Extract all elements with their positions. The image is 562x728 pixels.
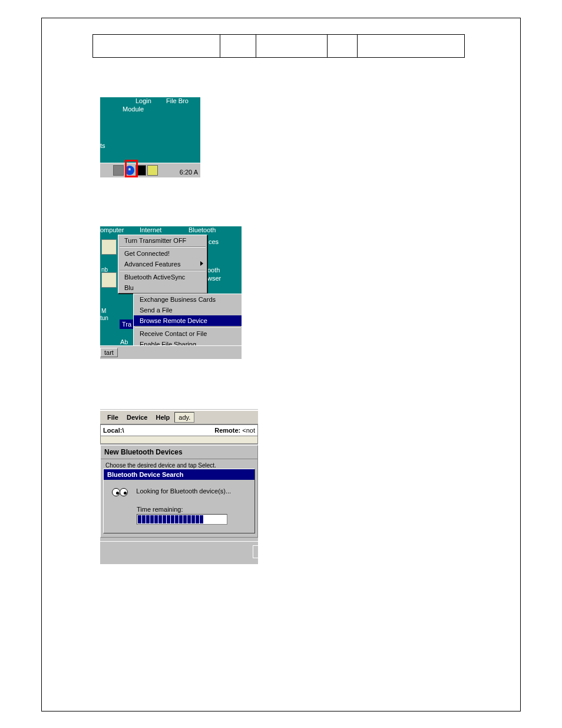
menu-item-get-connected[interactable]: Get Connected! xyxy=(118,248,207,259)
time-remaining-label: Time remaining: xyxy=(137,506,249,513)
searching-label: Looking for Bluetooth device(s)... xyxy=(136,487,231,495)
desktop-label: wser xyxy=(207,275,221,282)
menu-item-exchange-business-cards[interactable]: Exchange Business Cards xyxy=(134,294,242,305)
menu-separator xyxy=(135,327,241,328)
menu-item-send-a-file[interactable]: Send a File xyxy=(134,305,242,315)
screenshot-taskbar: Login Module File Bro ts * 6:20 A xyxy=(100,97,200,177)
local-path-label: Local:\ xyxy=(103,427,124,434)
button-edge[interactable] xyxy=(253,545,258,558)
submenu-arrow-icon xyxy=(200,261,203,266)
menu-separator xyxy=(120,270,206,271)
desktop-label: nb xyxy=(101,266,108,273)
desktop-label: Tra xyxy=(120,319,134,329)
panel-title: New Bluetooth Devices xyxy=(101,446,257,459)
searching-eyes-icon xyxy=(112,487,128,498)
desktop-label: ts xyxy=(100,142,105,149)
menu-item-turn-transmitter-off[interactable]: Turn Transmitter OFF xyxy=(118,235,207,246)
desktop-label: omputer xyxy=(100,226,124,233)
menu-file[interactable]: File xyxy=(104,413,122,422)
start-button[interactable]: tart xyxy=(100,348,118,357)
menu-separator xyxy=(120,246,206,248)
menu-device[interactable]: Device xyxy=(123,413,151,422)
desktop-icons-column: nb M tun xyxy=(100,236,117,346)
menubar: File Device Help ady. xyxy=(100,410,258,424)
bluetooth-device-search-dialog: Bluetooth Device Search Looking for Blue… xyxy=(103,469,255,533)
dialog-title: Bluetooth Device Search xyxy=(104,469,254,480)
desktop-label: ooth xyxy=(207,266,220,274)
path-bar: Local:\ Remote: <not xyxy=(100,424,258,436)
menu-item-receive-contact-or-file[interactable]: Receive Contact or File xyxy=(134,328,242,339)
desktop-label: ces xyxy=(209,238,219,245)
new-bluetooth-devices-panel: New Bluetooth Devices Choose the desired… xyxy=(100,445,258,538)
desktop-label: tun xyxy=(100,315,108,321)
panel-footer xyxy=(100,541,258,558)
desktop-label: Bluetooth xyxy=(189,226,216,233)
menu-item-bluetooth-activesync[interactable]: Bluetooth ActiveSync xyxy=(118,272,207,282)
desktop-label: Module xyxy=(123,106,144,113)
desktop-label: Internet xyxy=(140,226,161,233)
desktop-label: M xyxy=(101,308,106,314)
tray-icon[interactable] xyxy=(113,165,124,176)
bluetooth-menu: Turn Transmitter OFF Get Connected! Adva… xyxy=(118,235,207,294)
desktop-label: Ab xyxy=(120,338,128,345)
menu-item-browse-remote-device[interactable]: Browse Remote Device xyxy=(134,315,242,326)
screenshot-context-menu: omputer Internet Bluetooth ces ooth wser… xyxy=(100,226,242,359)
desktop-icon[interactable] xyxy=(101,272,117,288)
progress-bar xyxy=(137,514,227,525)
menu-item-advanced-features[interactable]: Advanced Features xyxy=(118,259,207,269)
menu-help[interactable]: Help xyxy=(152,413,173,422)
advanced-features-submenu: Exchange Business Cards Send a File Brow… xyxy=(133,294,242,350)
menu-item-truncated[interactable]: Blu xyxy=(118,282,207,293)
remote-path-value: <not xyxy=(242,427,255,434)
screenshot-bluetooth-browser: File Device Help ady. Local:\ Remote: <n… xyxy=(100,409,258,564)
highlight-box xyxy=(125,160,138,177)
desktop-label: Login xyxy=(135,97,151,104)
tray-icon[interactable] xyxy=(147,165,158,176)
status-field: ady. xyxy=(174,412,194,423)
panel-subtitle: Choose the desired device and tap Select… xyxy=(101,459,257,469)
desktop-icon[interactable] xyxy=(101,239,117,255)
remote-path-label: Remote: xyxy=(214,427,240,434)
column-headers xyxy=(100,436,258,444)
taskbar: tart xyxy=(100,345,242,359)
taskbar-clock: 6:20 A xyxy=(180,169,198,176)
header-table xyxy=(92,34,465,58)
desktop-label: File Bro xyxy=(166,97,189,104)
